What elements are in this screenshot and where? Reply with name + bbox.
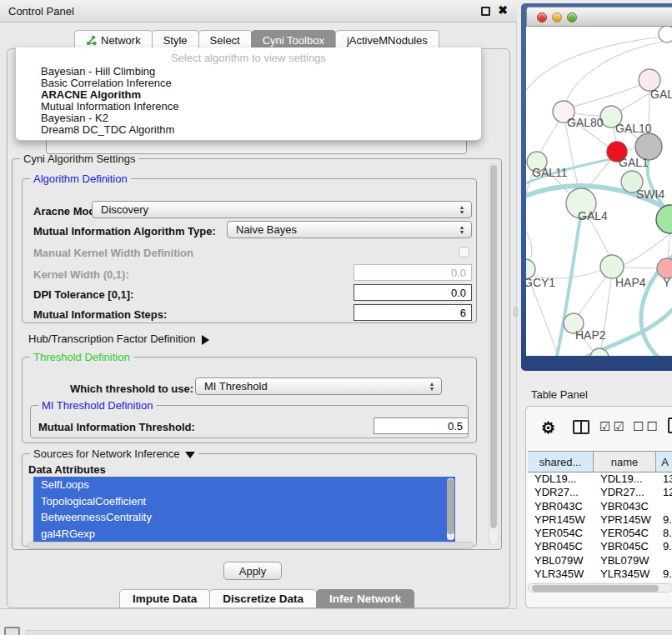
tab-label: Cyni Toolbox (263, 34, 324, 47)
table-cell: YLR345W (594, 568, 656, 581)
dpi-tolerance-field[interactable]: 0.0 (354, 284, 472, 301)
table-panel-title: Table Panel (531, 388, 588, 401)
tab-select[interactable]: Select (198, 30, 252, 49)
table-cell (656, 554, 672, 568)
tab-label: Network (101, 34, 141, 47)
table-row[interactable]: YLR345WYLR345W9. (528, 568, 672, 581)
column-header-shared[interactable]: shared... (528, 452, 594, 472)
tab-network[interactable]: Network (74, 30, 153, 49)
sources-group-title[interactable]: Sources for Network Inference (30, 448, 198, 460)
network-node[interactable] (659, 27, 672, 42)
mi-type-label: Mutual Information Algorithm Type: (33, 225, 216, 238)
split-pane-handle[interactable] (514, 307, 518, 317)
node-label: GCY1 (526, 276, 555, 289)
node-label: GAL4 (578, 209, 608, 222)
dropdown-item[interactable]: Dream8 DC_TDC Algorithm (16, 124, 481, 136)
data-attributes-list[interactable]: SelfLoopsTopologicalCoefficientBetweenne… (33, 477, 455, 542)
network-node[interactable] (656, 205, 672, 233)
mi-threshold-label: Mutual Information Threshold: (38, 421, 195, 433)
minimize-traffic-light[interactable] (552, 12, 562, 22)
algorithm-definition-title: Algorithm Definition (30, 172, 131, 185)
stepper-arrows-icon: ▲▼ (426, 378, 438, 394)
table-row[interactable]: YDL19...YDL19...13 (528, 472, 672, 486)
table-panel: ⚙ ☑☑ ☐☐ shared...nameA YDL19...YDL19...1… (525, 406, 672, 608)
kernel-width-label: Kernel Width (0,1): (33, 268, 129, 281)
bottom-tab-impute-data[interactable]: Impute Data (119, 589, 210, 608)
dropdown-item[interactable]: Basic Correlation Inference (16, 78, 481, 89)
manual-kernel-checkbox[interactable] (459, 247, 469, 258)
hub-section-toggle[interactable]: Hub/Transcription Factor Definition (28, 332, 209, 345)
network-edge (623, 268, 657, 268)
attributes-vertical-scrollbar[interactable] (447, 478, 454, 540)
close-traffic-light[interactable] (537, 12, 547, 22)
bottom-tab-infer-network[interactable]: Infer Network (316, 589, 414, 608)
network-edge (540, 122, 559, 152)
columns-icon[interactable] (573, 420, 589, 434)
kernel-width-field: 0.0 (354, 264, 472, 281)
deselect-all-checkboxes-icon[interactable]: ☐☐ (633, 419, 660, 434)
bottom-strip (25, 630, 672, 635)
bottom-tab-bar: Impute DataDiscretize DataInfer Network (120, 589, 414, 608)
aracne-mode-select[interactable]: Discovery ▲▼ (92, 201, 472, 218)
stepper-arrows-icon: ▲▼ (456, 202, 468, 218)
attribute-item-selected[interactable]: gal4RGexp (33, 526, 455, 542)
top-tab-bar: NetworkStyleSelectCyni ToolboxjActiveMNo… (75, 30, 439, 49)
node-label: GAL80 (567, 116, 604, 129)
attributes-horizontal-scrollbar[interactable] (27, 542, 474, 549)
mi-steps-field[interactable]: 6 (354, 304, 472, 321)
zoom-traffic-light[interactable] (567, 12, 577, 22)
float-window-icon[interactable] (481, 7, 490, 16)
bottom-tab-discretize-data[interactable]: Discretize Data (209, 589, 317, 608)
network-edge (526, 223, 532, 262)
table-row[interactable]: YBL079WYBL079W (528, 554, 672, 568)
manual-kernel-label: Manual Kernel Width Definition (33, 247, 193, 259)
table-cell: 8. (656, 527, 672, 540)
settings-vertical-scrollbar[interactable] (489, 163, 499, 545)
which-threshold-label: Which threshold to use: (70, 382, 193, 395)
table-row[interactable]: YER054CYER054C8. (528, 527, 672, 540)
table-cell: 13 (656, 472, 672, 486)
attribute-item-selected[interactable]: SelfLoops (33, 477, 455, 493)
hub-section-label: Hub/Transcription Factor Definition (28, 332, 195, 345)
algorithm-dropdown-list: Select algorithm to view settings Bayesi… (15, 48, 482, 141)
table-row[interactable]: YPR145WYPR145W9. (528, 513, 672, 527)
data-attributes-label: Data Attributes (28, 463, 106, 476)
column-header-a[interactable]: A (656, 452, 672, 472)
close-icon[interactable]: ✖ (498, 3, 508, 17)
network-canvas[interactable]: GALGAL80GAL10GAL1GAL11SWI4GAL4GCY1HAP4YH… (526, 27, 672, 356)
dropdown-item[interactable]: Mutual Information Inference (16, 101, 481, 112)
network-window-titlebar[interactable] (526, 7, 672, 27)
dpi-tolerance-label: DPI Tolerance [0,1]: (33, 288, 133, 301)
node-label: Y (663, 276, 671, 289)
dropdown-item[interactable]: Bayesian - Hill Climbing (16, 66, 481, 78)
column-header-name[interactable]: name (594, 452, 656, 472)
gear-icon[interactable]: ⚙ (541, 418, 555, 438)
stepper-arrows-icon: ▲▼ (456, 222, 468, 238)
restore-panel-icon[interactable] (4, 627, 20, 635)
network-edge (668, 234, 670, 258)
select-all-checkboxes-icon[interactable]: ☑☑ (599, 419, 627, 434)
tab-style[interactable]: Style (152, 30, 199, 49)
table-cell: YBR043C (528, 500, 594, 513)
table-cell: YLR345W (528, 568, 594, 581)
mi-type-select[interactable]: Naive Bayes ▲▼ (227, 221, 472, 238)
network-edge (579, 277, 606, 315)
table-row[interactable]: YBR045CYBR045C9. (528, 540, 672, 553)
which-threshold-select[interactable]: MI Threshold ▲▼ (195, 378, 442, 395)
mi-threshold-field[interactable]: 0.5 (374, 418, 469, 434)
dropdown-item[interactable]: Bayesian - K2 (16, 112, 481, 124)
apply-button[interactable]: Apply (223, 562, 282, 580)
network-node[interactable] (600, 255, 624, 278)
table-row[interactable]: YDR27...YDR27...12 (528, 486, 672, 499)
table-horizontal-scrollbar[interactable] (528, 583, 672, 592)
table-cell: YDL19... (594, 472, 656, 486)
table-row[interactable]: YBR043CYBR043C (528, 500, 672, 513)
attribute-item-selected[interactable]: BetweennessCentrality (33, 509, 455, 526)
table-cell: YDR27... (528, 486, 594, 499)
tab-cyni-toolbox[interactable]: Cyni Toolbox (251, 30, 336, 49)
dropdown-item[interactable]: ARACNE Algorithm (16, 89, 481, 101)
document-icon[interactable] (668, 418, 672, 433)
tab-jactivemnodules[interactable]: jActiveMNodules (335, 30, 439, 49)
table-header-row: shared...nameA (528, 451, 672, 472)
attribute-item-selected[interactable]: TopologicalCoefficient (33, 493, 455, 510)
